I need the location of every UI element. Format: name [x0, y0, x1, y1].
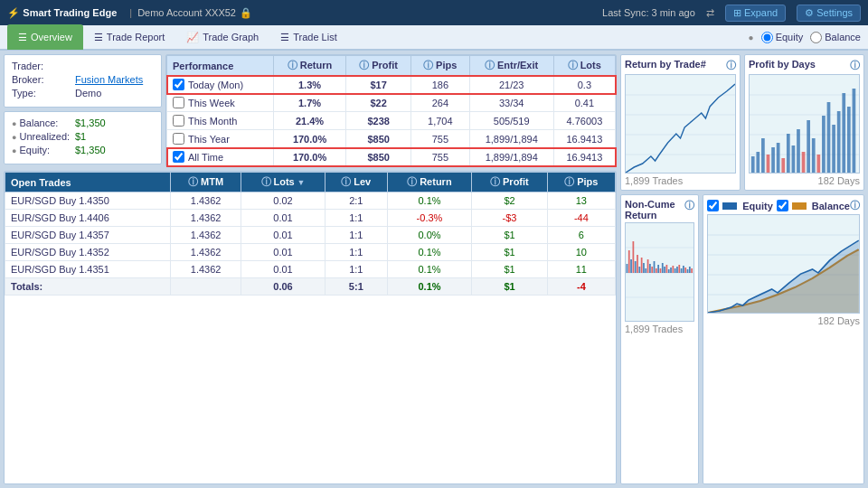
trade-row-1: EUR/SGD Buy 1.44061.43620.011:1-0.3%-$3-…: [5, 210, 616, 227]
svg-rect-46: [649, 264, 651, 273]
expand-icon: ⊞: [733, 7, 741, 18]
settings-button[interactable]: ⚙ Settings: [797, 5, 861, 22]
type-value: Demo: [75, 88, 101, 99]
svg-rect-53: [664, 267, 665, 273]
tab-trade-graph[interactable]: 📈 Trade Graph: [175, 24, 269, 50]
svg-rect-29: [847, 107, 851, 173]
profit-by-days-panel: Profit by Days ⓘ: [744, 54, 864, 191]
header-right: Last Sync: 3 min ago ⇄ ⊞ Expand ⚙ Settin…: [602, 5, 861, 22]
svg-rect-10: [751, 156, 755, 173]
svg-rect-56: [670, 267, 672, 273]
chart-type-radio-group: ● Equity Balance: [749, 32, 861, 43]
trader-label: Trader:: [12, 61, 75, 71]
balance-radio-label[interactable]: Balance: [810, 32, 861, 43]
trades-totals-row: Totals:0.065:10.1%$1-4: [5, 278, 616, 296]
return2-info-icon: ⓘ: [407, 176, 417, 187]
return-chart-info-icon: ⓘ: [726, 59, 736, 72]
svg-rect-17: [787, 134, 790, 173]
top-section: Trader: Broker: Fusion Markets Type: Dem…: [4, 54, 617, 167]
equity-value: $1,350: [75, 145, 106, 155]
perf-checkbox-2[interactable]: [173, 115, 184, 127]
perf-row-2: This Month21.4%$2381,704505/5194.76003: [167, 112, 616, 130]
perf-checkbox-4[interactable]: [173, 151, 184, 163]
balance-legend-checkbox[interactable]: [777, 200, 788, 211]
equity-legend-dot: [722, 202, 737, 210]
account-name: Demo Account XXX52: [137, 7, 236, 18]
tab-trade-list[interactable]: ☰ Trade List: [269, 24, 348, 50]
unrealized-row: ● Unrealized: $1: [12, 131, 154, 142]
logo-icon: ⚡: [7, 7, 20, 18]
app-logo: ⚡ Smart Trading Edge: [7, 6, 117, 19]
pips-info-icon: ⓘ: [423, 60, 433, 70]
equity-label: ● Equity:: [12, 145, 75, 155]
svg-rect-57: [672, 266, 674, 273]
perf-col-pips: ⓘ Pips: [411, 56, 470, 76]
overview-icon: ☰: [18, 32, 27, 43]
equity-legend-checkbox[interactable]: [707, 200, 719, 211]
svg-rect-12: [761, 138, 765, 173]
radio-spacer: ●: [749, 33, 754, 42]
trades-col-name: Open Trades: [5, 173, 171, 192]
tab-trade-report[interactable]: ☰ Trade Report: [83, 24, 175, 50]
equity-radio-label[interactable]: Equity: [761, 32, 804, 43]
open-trades-table: Open Trades ⓘ MTM ⓘ Lots ▼: [4, 171, 617, 484]
trades-data-table: Open Trades ⓘ MTM ⓘ Lots ▼: [5, 172, 616, 296]
balance-icon: ●: [12, 119, 16, 128]
return-by-trade-panel: Return by Trade# ⓘ: [620, 54, 741, 191]
svg-rect-18: [792, 145, 796, 173]
lots-info-icon: ⓘ: [568, 60, 578, 70]
non-cume-info-icon: ⓘ: [684, 199, 694, 221]
svg-rect-45: [647, 259, 649, 273]
unrealized-label: ● Unrealized:: [12, 131, 75, 142]
equity-radio[interactable]: [761, 32, 773, 43]
lev-info-icon: ⓘ: [341, 176, 351, 187]
balance-radio[interactable]: [810, 32, 822, 43]
trades-col-mtm: ⓘ MTM: [171, 173, 241, 192]
performance-table: Performance ⓘ Return ⓘ Profit: [165, 54, 617, 167]
perf-checkbox-0[interactable]: [173, 79, 184, 90]
expand-button[interactable]: ⊞ Expand: [725, 5, 786, 22]
non-cume-footer: 1,899 Trades: [625, 324, 694, 334]
type-label: Type:: [12, 88, 75, 99]
svg-rect-55: [668, 269, 670, 273]
svg-rect-28: [842, 93, 845, 173]
svg-rect-42: [641, 258, 643, 273]
return-info-icon: ⓘ: [288, 60, 297, 70]
svg-rect-40: [637, 255, 638, 273]
svg-rect-0: [626, 75, 735, 174]
trades-col-pips: ⓘ Pips: [547, 173, 615, 192]
non-cume-title: Non-Cume Return ⓘ: [625, 199, 694, 221]
svg-rect-22: [812, 138, 816, 173]
non-cume-chart: [625, 222, 694, 322]
perf-checkbox-3[interactable]: [173, 133, 184, 145]
perf-col-entr-exit: ⓘ Entr/Exit: [469, 56, 553, 76]
sync-icon: ⇄: [706, 7, 714, 19]
broker-row: Broker: Fusion Markets: [12, 74, 154, 85]
perf-cell-label: This Month: [167, 112, 274, 130]
broker-value[interactable]: Fusion Markets: [75, 74, 143, 85]
broker-label: Broker:: [12, 74, 75, 85]
svg-rect-23: [816, 155, 820, 173]
perf-col-performance: Performance: [167, 56, 274, 76]
perf-checkbox-1[interactable]: [173, 97, 184, 108]
equity-balance-svg: [708, 215, 859, 314]
svg-rect-35: [627, 264, 628, 273]
perf-row-1: This Week1.7%$2226433/340.41: [167, 94, 616, 112]
sync-status: Last Sync: 3 min ago: [602, 7, 695, 18]
svg-rect-26: [832, 125, 835, 173]
return-chart-svg: [626, 75, 735, 174]
perf-row-3: This Year170.0%$8507551,899/1,89416.9413: [167, 130, 616, 148]
svg-rect-13: [767, 155, 770, 173]
settings-icon: ⚙: [805, 7, 814, 18]
equity-balance-panel: Equity Balance ⓘ: [703, 194, 864, 484]
trades-col-profit: ⓘ Profit: [472, 173, 547, 192]
svg-rect-63: [684, 267, 686, 273]
balance-legend-dot: [792, 202, 807, 210]
unrealized-value: $1: [75, 131, 86, 142]
svg-rect-21: [807, 120, 810, 173]
header-separator: |: [129, 7, 132, 18]
balance-value: $1,350: [75, 117, 106, 128]
tab-overview[interactable]: ☰ Overview: [7, 24, 83, 50]
trades-col-lev: ⓘ Lev: [325, 173, 387, 192]
bottom-charts-row: Non-Cume Return ⓘ: [620, 194, 864, 484]
